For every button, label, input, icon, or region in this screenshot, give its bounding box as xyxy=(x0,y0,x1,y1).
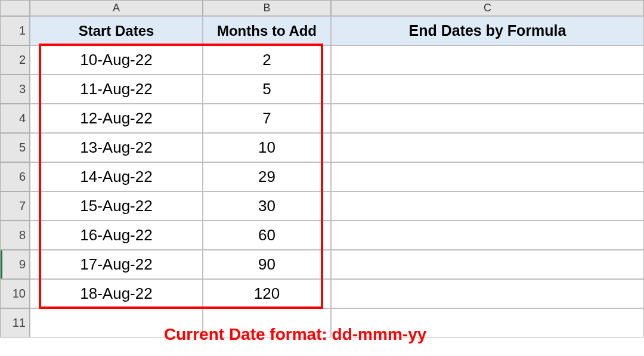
row-header-1[interactable]: 1 xyxy=(0,16,30,45)
cell-C6[interactable] xyxy=(331,162,644,191)
col-header-C[interactable]: C xyxy=(331,0,644,16)
cell-A8[interactable]: 16-Aug-22 xyxy=(30,221,203,250)
row-header-3[interactable]: 3 xyxy=(0,75,30,104)
cell-A3[interactable]: 11-Aug-22 xyxy=(30,75,203,104)
row-header-11[interactable]: 11 xyxy=(0,308,30,338)
cell-B7[interactable]: 30 xyxy=(203,191,331,221)
cell-B8[interactable]: 60 xyxy=(203,221,331,250)
cell-B6[interactable]: 29 xyxy=(203,162,331,191)
row-header-9[interactable]: 9 xyxy=(0,250,30,279)
cell-C1[interactable]: End Dates by Formula xyxy=(331,16,644,45)
cell-B4[interactable]: 7 xyxy=(203,104,331,133)
cell-C7[interactable] xyxy=(331,191,644,221)
cell-A7[interactable]: 15-Aug-22 xyxy=(30,191,203,221)
cell-C2[interactable] xyxy=(331,45,644,75)
cell-C8[interactable] xyxy=(331,221,644,250)
row-header-8[interactable]: 8 xyxy=(0,221,30,250)
row-header-5[interactable]: 5 xyxy=(0,133,30,162)
cell-A4[interactable]: 12-Aug-22 xyxy=(30,104,203,133)
cell-A1[interactable]: Start Dates xyxy=(30,16,203,45)
cell-A2[interactable]: 10-Aug-22 xyxy=(30,45,203,75)
cell-A6[interactable]: 14-Aug-22 xyxy=(30,162,203,191)
cell-C3[interactable] xyxy=(331,75,644,104)
row-header-2[interactable]: 2 xyxy=(0,45,30,75)
select-all-corner[interactable] xyxy=(0,0,30,16)
row-header-10[interactable]: 10 xyxy=(0,279,30,308)
cell-A10[interactable]: 18-Aug-22 xyxy=(30,279,203,308)
cell-C4[interactable] xyxy=(331,104,644,133)
cell-B5[interactable]: 10 xyxy=(203,133,331,162)
cell-A5[interactable]: 13-Aug-22 xyxy=(30,133,203,162)
spreadsheet-grid: A B C 1 Start Dates Months to Add End Da… xyxy=(0,0,644,338)
cell-C10[interactable] xyxy=(331,279,644,308)
cell-A9[interactable]: 17-Aug-22 xyxy=(30,250,203,279)
cell-B10[interactable]: 120 xyxy=(203,279,331,308)
col-header-B[interactable]: B xyxy=(203,0,331,16)
row-header-7[interactable]: 7 xyxy=(0,191,30,221)
row-header-4[interactable]: 4 xyxy=(0,104,30,133)
cell-B3[interactable]: 5 xyxy=(203,75,331,104)
row-header-6[interactable]: 6 xyxy=(0,162,30,191)
cell-B9[interactable]: 90 xyxy=(203,250,331,279)
cell-C5[interactable] xyxy=(331,133,644,162)
cell-B1[interactable]: Months to Add xyxy=(203,16,331,45)
annotation-text: Current Date format: dd-mmm-yy xyxy=(164,325,426,344)
cell-B2[interactable]: 2 xyxy=(203,45,331,75)
cell-C9[interactable] xyxy=(331,250,644,279)
col-header-A[interactable]: A xyxy=(30,0,203,16)
